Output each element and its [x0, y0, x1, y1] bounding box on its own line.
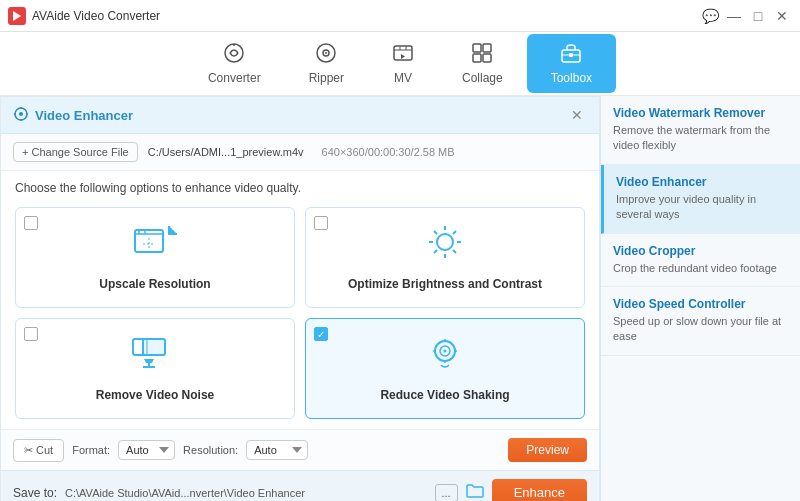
svg-line-31 — [434, 231, 437, 234]
toolbox-label: Toolbox — [551, 71, 592, 85]
preview-button[interactable]: Preview — [508, 438, 587, 462]
denoise-icon — [131, 335, 179, 380]
nav-item-mv[interactable]: MV — [368, 34, 438, 93]
window-controls: 💬 — □ ✕ — [700, 6, 792, 26]
stabilize-icon — [423, 335, 467, 380]
brightness-label: Optimize Brightness and Contrast — [348, 277, 542, 291]
svg-rect-10 — [483, 54, 491, 62]
option-upscale[interactable]: Upscale Resolution — [15, 207, 295, 308]
sidebar-item-video-cropper[interactable]: Video Cropper Crop the redundant video f… — [601, 234, 800, 287]
brightness-checkbox[interactable] — [314, 216, 328, 230]
nav-bar: Converter Ripper MV — [0, 32, 800, 96]
svg-rect-6 — [394, 46, 412, 60]
nav-item-collage[interactable]: Collage — [438, 34, 527, 93]
close-button[interactable]: ✕ — [772, 6, 792, 26]
collage-icon — [471, 42, 493, 67]
collage-label: Collage — [462, 71, 503, 85]
right-sidebar: Video Watermark Remover Remove the water… — [600, 96, 800, 501]
toolbox-icon — [560, 42, 582, 67]
stabilize-label: Reduce Video Shaking — [380, 388, 509, 402]
video-enhancer-desc: Improve your video quality in several wa… — [616, 192, 788, 223]
option-brightness[interactable]: Optimize Brightness and Contrast — [305, 207, 585, 308]
ripper-icon — [315, 42, 337, 67]
svg-line-34 — [434, 250, 437, 253]
app-logo-icon — [8, 7, 26, 25]
hint-text: Choose the following options to enhance … — [1, 171, 599, 201]
dialog-header: Video Enhancer ✕ — [1, 97, 599, 134]
mv-icon — [392, 42, 414, 67]
video-cropper-title: Video Cropper — [613, 244, 788, 258]
minimize-button[interactable]: — — [724, 6, 744, 26]
stabilize-checkbox[interactable]: ✓ — [314, 327, 328, 341]
browse-button[interactable]: ... — [435, 484, 458, 502]
maximize-button[interactable]: □ — [748, 6, 768, 26]
save-bar: Save to: C:\AVAide Studio\AVAid...nverte… — [1, 470, 599, 501]
svg-rect-36 — [143, 339, 165, 355]
file-path: C:/Users/ADMI...1_preview.m4v — [148, 146, 304, 158]
dialog-panel: Video Enhancer ✕ + Change Source File C:… — [0, 96, 600, 501]
converter-label: Converter — [208, 71, 261, 85]
nav-item-toolbox[interactable]: Toolbox — [527, 34, 616, 93]
upscale-label: Upscale Resolution — [99, 277, 210, 291]
resolution-label: Resolution: — [183, 444, 238, 456]
chat-button[interactable]: 💬 — [700, 6, 720, 26]
brightness-icon — [423, 224, 467, 269]
svg-point-42 — [444, 350, 447, 353]
upscale-icon — [133, 224, 177, 269]
options-grid: Upscale Resolution — [1, 201, 599, 429]
watermark-remover-desc: Remove the watermark from the video flex… — [613, 123, 788, 154]
dialog-title-text: Video Enhancer — [35, 108, 133, 123]
format-label: Format: — [72, 444, 110, 456]
svg-rect-13 — [569, 53, 573, 57]
svg-point-5 — [325, 52, 327, 54]
main-content: Video Enhancer ✕ + Change Source File C:… — [0, 96, 800, 501]
speed-controller-desc: Speed up or slow down your file at ease — [613, 314, 788, 345]
svg-line-32 — [453, 250, 456, 253]
enhance-button[interactable]: Enhance — [492, 479, 587, 501]
svg-line-33 — [453, 231, 456, 234]
converter-icon — [223, 42, 245, 67]
sidebar-item-video-enhancer[interactable]: Video Enhancer Improve your video qualit… — [601, 165, 800, 234]
option-stabilize[interactable]: ✓ Reduce Video Shaking — [305, 318, 585, 419]
nav-item-converter[interactable]: Converter — [184, 34, 285, 93]
title-bar: AVAide Video Converter 💬 — □ ✕ — [0, 0, 800, 32]
ripper-label: Ripper — [309, 71, 344, 85]
svg-rect-7 — [473, 44, 481, 52]
cut-button[interactable]: ✂ Cut — [13, 439, 64, 462]
file-size: 640×360/00:00:30/2.58 MB — [322, 146, 455, 158]
video-enhancer-icon — [13, 106, 29, 125]
app-title: AVAide Video Converter — [32, 9, 160, 23]
svg-point-26 — [437, 234, 453, 250]
speed-controller-title: Video Speed Controller — [613, 297, 788, 311]
upscale-checkbox[interactable] — [24, 216, 38, 230]
option-denoise[interactable]: Remove Video Noise — [15, 318, 295, 419]
video-enhancer-title: Video Enhancer — [616, 175, 788, 189]
denoise-label: Remove Video Noise — [96, 388, 215, 402]
nav-item-ripper[interactable]: Ripper — [285, 34, 368, 93]
svg-point-15 — [19, 112, 23, 116]
dialog-title-area: Video Enhancer — [13, 106, 133, 125]
format-select[interactable]: Auto MP4 AVI MOV — [118, 440, 175, 460]
svg-rect-9 — [473, 54, 481, 62]
resolution-select[interactable]: Auto 720p 1080p 4K — [246, 440, 308, 460]
svg-marker-0 — [13, 11, 21, 21]
video-cropper-desc: Crop the redundant video footage — [613, 261, 788, 276]
bottom-controls: ✂ Cut Format: Auto MP4 AVI MOV Resolutio… — [1, 429, 599, 470]
open-folder-button[interactable] — [466, 483, 484, 502]
source-bar: + Change Source File C:/Users/ADMI...1_p… — [1, 134, 599, 171]
sidebar-item-watermark-remover[interactable]: Video Watermark Remover Remove the water… — [601, 96, 800, 165]
app-logo-area: AVAide Video Converter — [8, 7, 700, 25]
save-to-label: Save to: — [13, 486, 57, 500]
watermark-remover-title: Video Watermark Remover — [613, 106, 788, 120]
dialog-close-button[interactable]: ✕ — [567, 105, 587, 125]
save-path: C:\AVAide Studio\AVAid...nverter\Video E… — [65, 487, 426, 499]
denoise-checkbox[interactable] — [24, 327, 38, 341]
svg-point-1 — [225, 44, 243, 62]
sidebar-item-speed-controller[interactable]: Video Speed Controller Speed up or slow … — [601, 287, 800, 356]
change-source-button[interactable]: + Change Source File — [13, 142, 138, 162]
svg-rect-8 — [483, 44, 491, 52]
mv-label: MV — [394, 71, 412, 85]
